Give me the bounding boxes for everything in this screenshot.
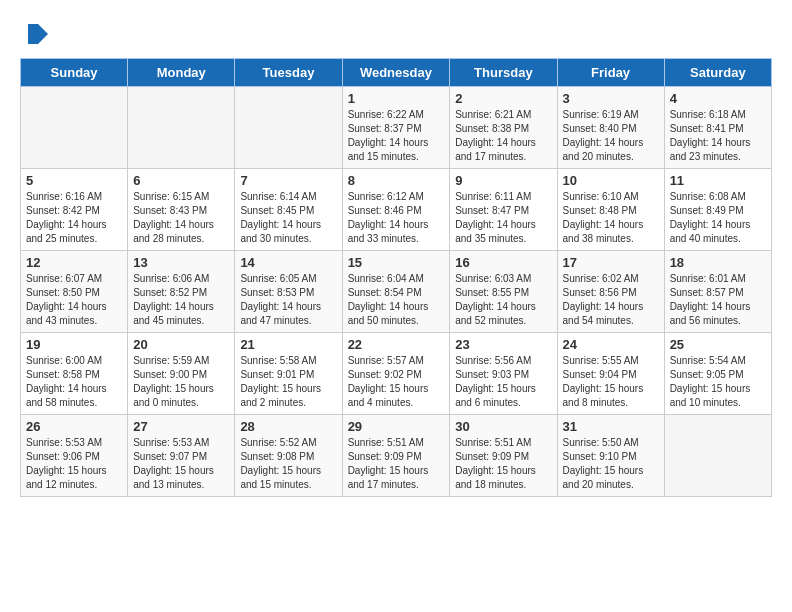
day-info: Sunrise: 6:11 AM Sunset: 8:47 PM Dayligh…: [455, 190, 551, 246]
day-number: 12: [26, 255, 122, 270]
day-number: 11: [670, 173, 766, 188]
calendar-cell: 11Sunrise: 6:08 AM Sunset: 8:49 PM Dayli…: [664, 169, 771, 251]
header-day-wednesday: Wednesday: [342, 59, 450, 87]
calendar-body: 1Sunrise: 6:22 AM Sunset: 8:37 PM Daylig…: [21, 87, 772, 497]
calendar-cell: 24Sunrise: 5:55 AM Sunset: 9:04 PM Dayli…: [557, 333, 664, 415]
header-row: SundayMondayTuesdayWednesdayThursdayFrid…: [21, 59, 772, 87]
calendar-cell: 31Sunrise: 5:50 AM Sunset: 9:10 PM Dayli…: [557, 415, 664, 497]
day-number: 2: [455, 91, 551, 106]
week-row-5: 26Sunrise: 5:53 AM Sunset: 9:06 PM Dayli…: [21, 415, 772, 497]
day-number: 31: [563, 419, 659, 434]
day-number: 17: [563, 255, 659, 270]
calendar-cell: 19Sunrise: 6:00 AM Sunset: 8:58 PM Dayli…: [21, 333, 128, 415]
day-info: Sunrise: 6:03 AM Sunset: 8:55 PM Dayligh…: [455, 272, 551, 328]
day-info: Sunrise: 6:07 AM Sunset: 8:50 PM Dayligh…: [26, 272, 122, 328]
day-info: Sunrise: 5:59 AM Sunset: 9:00 PM Dayligh…: [133, 354, 229, 410]
calendar-cell: 1Sunrise: 6:22 AM Sunset: 8:37 PM Daylig…: [342, 87, 450, 169]
day-number: 30: [455, 419, 551, 434]
calendar-cell: [128, 87, 235, 169]
day-number: 1: [348, 91, 445, 106]
header-day-tuesday: Tuesday: [235, 59, 342, 87]
day-info: Sunrise: 5:52 AM Sunset: 9:08 PM Dayligh…: [240, 436, 336, 492]
day-info: Sunrise: 6:06 AM Sunset: 8:52 PM Dayligh…: [133, 272, 229, 328]
day-number: 18: [670, 255, 766, 270]
day-info: Sunrise: 5:53 AM Sunset: 9:06 PM Dayligh…: [26, 436, 122, 492]
calendar-cell: 5Sunrise: 6:16 AM Sunset: 8:42 PM Daylig…: [21, 169, 128, 251]
calendar-cell: 22Sunrise: 5:57 AM Sunset: 9:02 PM Dayli…: [342, 333, 450, 415]
day-number: 13: [133, 255, 229, 270]
page-container: SundayMondayTuesdayWednesdayThursdayFrid…: [0, 0, 792, 507]
day-number: 27: [133, 419, 229, 434]
day-number: 24: [563, 337, 659, 352]
day-number: 26: [26, 419, 122, 434]
day-info: Sunrise: 5:57 AM Sunset: 9:02 PM Dayligh…: [348, 354, 445, 410]
calendar-cell: 7Sunrise: 6:14 AM Sunset: 8:45 PM Daylig…: [235, 169, 342, 251]
week-row-4: 19Sunrise: 6:00 AM Sunset: 8:58 PM Dayli…: [21, 333, 772, 415]
day-number: 21: [240, 337, 336, 352]
calendar-cell: [21, 87, 128, 169]
logo: [20, 20, 52, 48]
day-info: Sunrise: 6:00 AM Sunset: 8:58 PM Dayligh…: [26, 354, 122, 410]
calendar-cell: 21Sunrise: 5:58 AM Sunset: 9:01 PM Dayli…: [235, 333, 342, 415]
day-number: 16: [455, 255, 551, 270]
day-info: Sunrise: 6:16 AM Sunset: 8:42 PM Dayligh…: [26, 190, 122, 246]
calendar-cell: 14Sunrise: 6:05 AM Sunset: 8:53 PM Dayli…: [235, 251, 342, 333]
day-number: 6: [133, 173, 229, 188]
calendar-cell: 23Sunrise: 5:56 AM Sunset: 9:03 PM Dayli…: [450, 333, 557, 415]
day-info: Sunrise: 6:10 AM Sunset: 8:48 PM Dayligh…: [563, 190, 659, 246]
calendar-cell: 30Sunrise: 5:51 AM Sunset: 9:09 PM Dayli…: [450, 415, 557, 497]
day-info: Sunrise: 6:22 AM Sunset: 8:37 PM Dayligh…: [348, 108, 445, 164]
day-info: Sunrise: 6:04 AM Sunset: 8:54 PM Dayligh…: [348, 272, 445, 328]
day-info: Sunrise: 6:18 AM Sunset: 8:41 PM Dayligh…: [670, 108, 766, 164]
calendar-cell: 26Sunrise: 5:53 AM Sunset: 9:06 PM Dayli…: [21, 415, 128, 497]
day-info: Sunrise: 6:05 AM Sunset: 8:53 PM Dayligh…: [240, 272, 336, 328]
calendar-cell: 28Sunrise: 5:52 AM Sunset: 9:08 PM Dayli…: [235, 415, 342, 497]
calendar-cell: 27Sunrise: 5:53 AM Sunset: 9:07 PM Dayli…: [128, 415, 235, 497]
calendar-cell: 16Sunrise: 6:03 AM Sunset: 8:55 PM Dayli…: [450, 251, 557, 333]
calendar-cell: 13Sunrise: 6:06 AM Sunset: 8:52 PM Dayli…: [128, 251, 235, 333]
day-number: 5: [26, 173, 122, 188]
day-info: Sunrise: 5:53 AM Sunset: 9:07 PM Dayligh…: [133, 436, 229, 492]
day-info: Sunrise: 6:02 AM Sunset: 8:56 PM Dayligh…: [563, 272, 659, 328]
calendar-cell: 17Sunrise: 6:02 AM Sunset: 8:56 PM Dayli…: [557, 251, 664, 333]
day-info: Sunrise: 5:58 AM Sunset: 9:01 PM Dayligh…: [240, 354, 336, 410]
calendar-cell: [235, 87, 342, 169]
calendar-cell: 12Sunrise: 6:07 AM Sunset: 8:50 PM Dayli…: [21, 251, 128, 333]
logo-icon: [20, 20, 48, 48]
calendar-cell: 3Sunrise: 6:19 AM Sunset: 8:40 PM Daylig…: [557, 87, 664, 169]
header-day-saturday: Saturday: [664, 59, 771, 87]
day-number: 25: [670, 337, 766, 352]
calendar-cell: 15Sunrise: 6:04 AM Sunset: 8:54 PM Dayli…: [342, 251, 450, 333]
week-row-3: 12Sunrise: 6:07 AM Sunset: 8:50 PM Dayli…: [21, 251, 772, 333]
day-number: 20: [133, 337, 229, 352]
day-info: Sunrise: 6:01 AM Sunset: 8:57 PM Dayligh…: [670, 272, 766, 328]
header-day-monday: Monday: [128, 59, 235, 87]
calendar-cell: 29Sunrise: 5:51 AM Sunset: 9:09 PM Dayli…: [342, 415, 450, 497]
calendar-cell: 18Sunrise: 6:01 AM Sunset: 8:57 PM Dayli…: [664, 251, 771, 333]
day-number: 19: [26, 337, 122, 352]
page-header: [20, 20, 772, 48]
day-info: Sunrise: 5:54 AM Sunset: 9:05 PM Dayligh…: [670, 354, 766, 410]
header-day-thursday: Thursday: [450, 59, 557, 87]
day-info: Sunrise: 5:51 AM Sunset: 9:09 PM Dayligh…: [348, 436, 445, 492]
day-number: 7: [240, 173, 336, 188]
week-row-1: 1Sunrise: 6:22 AM Sunset: 8:37 PM Daylig…: [21, 87, 772, 169]
day-info: Sunrise: 6:14 AM Sunset: 8:45 PM Dayligh…: [240, 190, 336, 246]
day-info: Sunrise: 5:50 AM Sunset: 9:10 PM Dayligh…: [563, 436, 659, 492]
day-info: Sunrise: 5:56 AM Sunset: 9:03 PM Dayligh…: [455, 354, 551, 410]
day-number: 9: [455, 173, 551, 188]
day-info: Sunrise: 5:51 AM Sunset: 9:09 PM Dayligh…: [455, 436, 551, 492]
day-number: 15: [348, 255, 445, 270]
day-number: 4: [670, 91, 766, 106]
day-info: Sunrise: 6:08 AM Sunset: 8:49 PM Dayligh…: [670, 190, 766, 246]
svg-marker-1: [28, 24, 48, 44]
calendar-cell: 20Sunrise: 5:59 AM Sunset: 9:00 PM Dayli…: [128, 333, 235, 415]
calendar-header: SundayMondayTuesdayWednesdayThursdayFrid…: [21, 59, 772, 87]
calendar-cell: 10Sunrise: 6:10 AM Sunset: 8:48 PM Dayli…: [557, 169, 664, 251]
header-day-friday: Friday: [557, 59, 664, 87]
day-number: 22: [348, 337, 445, 352]
day-number: 3: [563, 91, 659, 106]
day-number: 8: [348, 173, 445, 188]
header-day-sunday: Sunday: [21, 59, 128, 87]
day-info: Sunrise: 6:15 AM Sunset: 8:43 PM Dayligh…: [133, 190, 229, 246]
